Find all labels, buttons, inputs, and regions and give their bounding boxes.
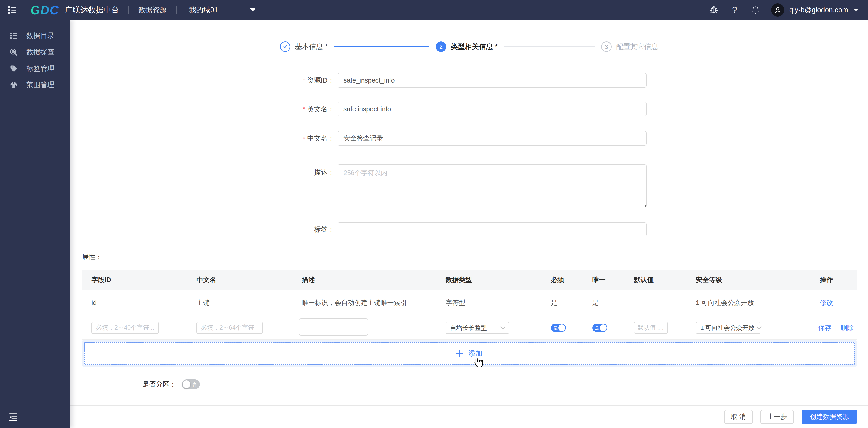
sidebar-item-label: 数据目录: [26, 31, 55, 41]
user-avatar[interactable]: [771, 3, 784, 17]
step-3-label: 配置其它信息: [616, 42, 658, 52]
step-connector-done: [334, 46, 430, 47]
previous-step-button[interactable]: 上一步: [761, 410, 794, 424]
add-attribute-button[interactable]: 添加: [84, 342, 855, 365]
topbar-divider: [128, 6, 129, 14]
sidebar-collapse-icon[interactable]: [8, 412, 19, 423]
add-row-container: 添加: [82, 340, 857, 367]
required-marker: *: [303, 134, 305, 142]
attributes-section-label: 属性：: [82, 253, 102, 262]
data-catalog-icon: [9, 32, 18, 40]
domain-selector-label: 我的域01: [189, 5, 218, 15]
col-header-security: 安全等级: [696, 275, 818, 285]
cell-description: 唯一标识，会自动创建主键唯一索引: [302, 298, 445, 307]
col-header-unique: 唯一: [592, 275, 634, 285]
col-header-description: 描述: [302, 275, 445, 285]
toggle-knob: [558, 324, 565, 331]
footer-action-bar: 取 消 上一步 创建数据资源: [70, 405, 868, 428]
attributes-table: 字段ID 中文名 描述 数据类型 必须 唯一 默认值 安全等级 操作 id 主键…: [82, 270, 857, 340]
partition-toggle[interactable]: 否: [182, 380, 200, 389]
form-row-chinese-name: *中文名：: [70, 131, 647, 145]
product-name: 广联达数据中台: [65, 5, 119, 15]
plus-icon: [457, 350, 463, 357]
help-icon[interactable]: ?: [730, 5, 740, 15]
partition-toggle-label: 否: [192, 381, 197, 388]
table-edit-row: 自增长长整型 是 是 1 可向社会公众开放: [82, 316, 857, 340]
chevron-down-icon: [756, 324, 762, 329]
save-link[interactable]: 保存: [818, 324, 832, 331]
notification-bell-icon[interactable]: [750, 5, 761, 15]
col-header-data-type: 数据类型: [445, 275, 551, 285]
table-header-row: 字段ID 中文名 描述 数据类型 必须 唯一 默认值 安全等级 操作: [82, 270, 857, 290]
sidebar-item-data-catalog[interactable]: 数据目录: [0, 28, 70, 44]
delete-link[interactable]: 删除: [841, 324, 854, 331]
col-header-action: 操作: [818, 275, 857, 285]
top-navbar: GDC 广联达数据中台 数据资源 我的域01 ?: [0, 0, 868, 20]
required-toggle-label: 是: [553, 325, 558, 331]
description-cell-textarea[interactable]: [299, 318, 368, 335]
cell-unique: 是: [592, 298, 634, 307]
tag-icon: [9, 64, 18, 72]
step-2-circle[interactable]: 2: [436, 41, 446, 52]
col-header-field-id: 字段ID: [91, 275, 196, 285]
col-header-required: 必须: [551, 275, 592, 285]
field-id-input[interactable]: [91, 322, 159, 334]
data-type-select[interactable]: 自增长长整型: [445, 322, 509, 334]
cn-name-input[interactable]: [196, 322, 263, 334]
user-email[interactable]: qiy-b@glodon.com: [789, 6, 848, 14]
cell-data-type: 字符型: [445, 298, 551, 307]
col-header-default: 默认值: [634, 275, 696, 285]
step-3-circle[interactable]: 3: [601, 41, 612, 52]
tags-input[interactable]: [338, 222, 647, 236]
sidebar-item-label: 标签管理: [26, 64, 55, 73]
english-name-input[interactable]: [338, 102, 647, 116]
step-1-label: 基本信息 *: [295, 42, 328, 52]
required-marker: *: [303, 76, 305, 84]
chevron-down-icon: [250, 8, 255, 11]
sidebar-item-scope-management[interactable]: 范围管理: [0, 77, 70, 93]
scope-icon: [9, 81, 18, 89]
chevron-down-icon: [500, 324, 506, 329]
english-name-label: *英文名：: [70, 104, 334, 114]
cell-cn-name: 主键: [196, 298, 302, 307]
form-row-tags: 标签：: [70, 222, 647, 236]
step-1-circle[interactable]: [280, 41, 290, 52]
check-icon: [282, 43, 288, 50]
bug-report-icon[interactable]: [709, 5, 719, 15]
description-textarea[interactable]: [338, 164, 647, 207]
step-2-label: 类型相关信息 *: [451, 42, 498, 52]
sidebar-item-label: 范围管理: [26, 80, 55, 90]
resource-id-label: *资源ID：: [70, 76, 334, 85]
app-grid-menu-icon[interactable]: [7, 5, 17, 15]
form-row-description: 描述：: [70, 164, 647, 207]
chinese-name-input[interactable]: [338, 131, 647, 145]
toggle-knob: [600, 324, 607, 331]
sidebar-item-data-explore[interactable]: 数据探查: [0, 44, 70, 60]
topbar-left: GDC 广联达数据中台 数据资源 我的域01: [7, 3, 255, 17]
mouse-cursor-hand: [471, 355, 484, 369]
tags-label: 标签：: [70, 225, 334, 234]
nav-item-data-resources[interactable]: 数据资源: [138, 5, 166, 15]
unique-toggle[interactable]: 是: [592, 324, 607, 332]
description-label: 描述：: [70, 164, 334, 177]
domain-selector[interactable]: 我的域01: [189, 5, 255, 15]
sidebar-item-tag-management[interactable]: 标签管理: [0, 60, 70, 77]
resource-id-input[interactable]: [338, 73, 647, 88]
form-row-resource-id: *资源ID：: [70, 73, 647, 88]
main-content: 基本信息 * 2 类型相关信息 * 3 配置其它信息 *资源ID： *英文名： …: [70, 20, 868, 428]
cancel-button[interactable]: 取 消: [724, 410, 753, 424]
toggle-knob: [183, 381, 190, 388]
security-level-select[interactable]: 1 可向社会公众开放: [696, 322, 761, 334]
default-value-input[interactable]: [634, 322, 668, 334]
partition-row: 是否分区： 否: [142, 380, 200, 389]
table-row: id 主键 唯一标识，会自动创建主键唯一索引 字符型 是 是 1 可向社会公众开…: [82, 290, 857, 316]
wizard-stepper: 基本信息 * 2 类型相关信息 * 3 配置其它信息: [70, 41, 868, 52]
required-toggle[interactable]: 是: [551, 324, 566, 332]
user-menu-chevron-icon[interactable]: [854, 9, 858, 11]
topbar-divider: [176, 6, 177, 14]
topbar-right: ? qiy-b@glodon.com: [698, 3, 858, 17]
create-data-resource-button[interactable]: 创建数据资源: [802, 410, 857, 424]
cell-field-id: id: [91, 299, 196, 306]
step-connector-pending: [504, 46, 595, 47]
edit-link[interactable]: 修改: [820, 299, 833, 306]
